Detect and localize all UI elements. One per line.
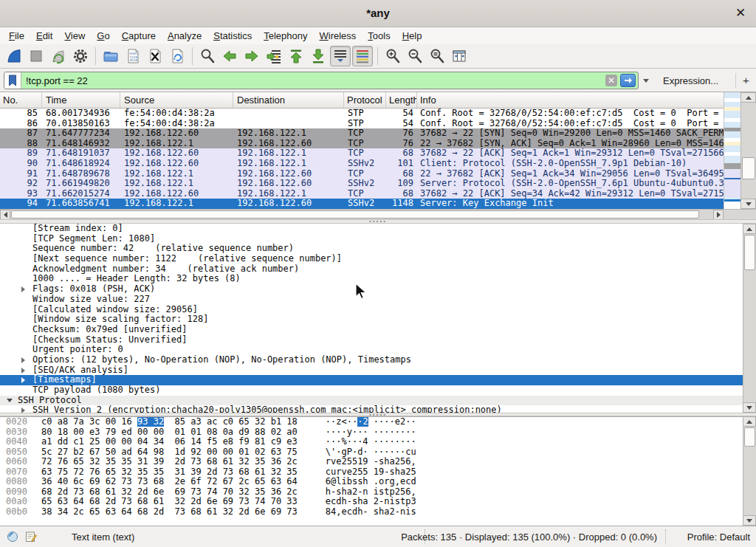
packet-list-hscrollbar[interactable] bbox=[0, 209, 724, 219]
detail-row[interactable]: 1000 .... = Header Length: 32 bytes (8) bbox=[0, 274, 743, 284]
menu-capture[interactable]: Capture bbox=[116, 29, 162, 43]
scroll-left-icon[interactable] bbox=[0, 210, 10, 220]
detail-vscrollbar[interactable] bbox=[743, 224, 756, 413]
column-header-protocol[interactable]: Protocol bbox=[344, 92, 386, 108]
close-file-icon[interactable] bbox=[145, 46, 165, 66]
clear-filter-icon[interactable]: ✕ bbox=[605, 75, 617, 86]
scroll-down-icon[interactable] bbox=[743, 515, 756, 526]
menu-wireless[interactable]: Wireless bbox=[314, 29, 362, 43]
capture-comment-icon[interactable] bbox=[25, 531, 37, 545]
detail-row[interactable]: Window size value: 227 bbox=[0, 295, 743, 305]
go-back-icon[interactable] bbox=[219, 46, 240, 66]
menu-view[interactable]: View bbox=[58, 29, 91, 43]
hex-row[interactable]: 0020c0 a8 7a 3c 00 16 93 32 85 a3 ac c0 … bbox=[0, 417, 743, 427]
packet-row-88[interactable]: 8871.648146932192.168.122.1192.168.122.6… bbox=[0, 139, 724, 149]
zoom-out-icon[interactable] bbox=[405, 46, 425, 66]
expander-icon[interactable] bbox=[21, 377, 25, 383]
packet-row-92[interactable]: 9271.661949820192.168.122.1192.168.122.6… bbox=[0, 179, 724, 189]
start-capture-icon[interactable] bbox=[4, 46, 24, 66]
detail-row[interactable]: [Checksum Status: Unverified] bbox=[0, 335, 743, 345]
expander-icon[interactable] bbox=[21, 368, 25, 374]
packet-list-vscrollbar[interactable] bbox=[740, 92, 756, 209]
save-file-icon[interactable]: 010111100110 bbox=[123, 46, 143, 66]
packet-row-87[interactable]: 8771.647777234192.168.122.60192.168.122.… bbox=[0, 128, 724, 139]
hex-row[interactable]: 0040a1 dd c1 25 00 00 04 34 06 14 f5 e8 … bbox=[0, 437, 743, 447]
packet-row-91[interactable]: 9171.648789678192.168.122.1192.168.122.6… bbox=[0, 169, 724, 179]
hex-row[interactable]: 008036 40 6c 69 62 73 73 68 2e 6f 72 67 … bbox=[0, 477, 743, 487]
detail-row[interactable]: TCP payload (1080 bytes) bbox=[0, 385, 743, 396]
go-last-icon[interactable] bbox=[308, 46, 329, 66]
go-forward-icon[interactable] bbox=[241, 46, 262, 66]
detail-row-flags[interactable]: Flags: 0x018 (PSH, ACK) bbox=[0, 284, 743, 295]
scroll-down-icon[interactable] bbox=[743, 402, 756, 413]
detail-row[interactable]: [TCP Segment Len: 1080] bbox=[0, 234, 743, 244]
expression-button[interactable]: Expression... bbox=[663, 75, 718, 86]
hex-row[interactable]: 006072 76 65 32 35 35 31 39 2d 73 68 61 … bbox=[0, 457, 743, 467]
packet-row-89[interactable]: 8971.648191037192.168.122.60192.168.122.… bbox=[0, 148, 724, 159]
resize-columns-icon[interactable] bbox=[449, 46, 470, 66]
packet-row-93[interactable]: 9371.662015274192.168.122.60192.168.122.… bbox=[0, 189, 724, 199]
menu-telephony[interactable]: Telephony bbox=[258, 29, 313, 43]
hex-row[interactable]: 003080 18 00 e3 79 ed 00 00 01 01 08 0a … bbox=[0, 427, 743, 438]
hex-vscrollbar[interactable] bbox=[743, 416, 756, 526]
bookmark-icon[interactable] bbox=[4, 72, 21, 89]
menu-go[interactable]: Go bbox=[91, 29, 115, 43]
add-filter-button[interactable]: + bbox=[735, 73, 750, 88]
hex-row[interactable]: 007063 75 72 76 65 32 35 35 31 39 2d 73 … bbox=[0, 467, 743, 478]
expander-icon[interactable] bbox=[21, 286, 25, 292]
colorize-icon[interactable] bbox=[352, 46, 373, 66]
detail-row[interactable]: [Next sequence number: 1122 (relative se… bbox=[0, 254, 743, 264]
packet-row-94-selected[interactable]: 9471.663856741192.168.122.1192.168.122.6… bbox=[0, 199, 724, 209]
stop-capture-icon[interactable] bbox=[26, 46, 47, 66]
hex-row[interactable]: 00b038 34 2c 65 63 64 68 2d 73 68 61 32 … bbox=[0, 507, 743, 517]
menu-file[interactable]: File bbox=[3, 29, 30, 43]
column-header-length[interactable]: Length bbox=[386, 92, 417, 108]
go-first-icon[interactable] bbox=[286, 46, 306, 66]
go-to-packet-icon[interactable] bbox=[264, 46, 284, 66]
detail-row-options[interactable]: Options: (12 bytes), No-Operation (NOP),… bbox=[0, 355, 743, 365]
detail-row[interactable]: Acknowledgment number: 34 (relative ack … bbox=[0, 264, 743, 275]
column-header-time[interactable]: Time bbox=[42, 92, 120, 108]
apply-filter-icon[interactable] bbox=[620, 74, 636, 87]
zoom-original-icon[interactable] bbox=[427, 46, 447, 66]
column-header-info[interactable]: Info bbox=[417, 92, 724, 108]
scroll-up-icon[interactable] bbox=[740, 92, 756, 103]
profile-selector[interactable]: Profile: Default bbox=[687, 531, 750, 543]
menu-analyze[interactable]: Analyze bbox=[162, 29, 207, 43]
column-header-destination[interactable]: Destination bbox=[233, 92, 344, 108]
expander-icon[interactable] bbox=[7, 398, 13, 402]
scroll-down-icon[interactable] bbox=[740, 199, 756, 209]
scroll-thumb[interactable] bbox=[742, 157, 755, 179]
expander-icon[interactable] bbox=[21, 357, 25, 363]
detail-row-timestamps-selected[interactable]: [Timestamps] bbox=[0, 375, 743, 385]
detail-row-ssh-protocol[interactable]: SSH Protocol bbox=[0, 396, 743, 406]
detail-row[interactable]: Sequence number: 42 (relative sequence n… bbox=[0, 244, 743, 254]
expert-info-icon[interactable] bbox=[7, 531, 18, 545]
detail-row[interactable]: [Window size scaling factor: 128] bbox=[0, 314, 743, 325]
detail-row[interactable]: [Calculated window size: 29056] bbox=[0, 305, 743, 315]
column-header-source[interactable]: Source bbox=[120, 92, 233, 108]
detail-row-seq-ack[interactable]: [SEQ/ACK analysis] bbox=[0, 365, 743, 376]
detail-row[interactable]: Urgent pointer: 0 bbox=[0, 345, 743, 355]
hex-row[interactable]: 00a065 63 64 68 2d 73 68 61 32 2d 6e 69 … bbox=[0, 497, 743, 507]
packet-row-90[interactable]: 9071.648618924192.168.122.60192.168.122.… bbox=[0, 159, 724, 169]
scroll-thumb[interactable] bbox=[744, 235, 755, 270]
detail-row[interactable]: [Stream index: 0] bbox=[0, 224, 743, 234]
find-packet-icon[interactable] bbox=[197, 46, 218, 66]
reload-file-icon[interactable] bbox=[167, 46, 188, 66]
restart-capture-icon[interactable] bbox=[48, 46, 69, 66]
expander-icon[interactable] bbox=[21, 407, 25, 413]
capture-options-icon[interactable] bbox=[70, 46, 91, 66]
scroll-up-icon[interactable] bbox=[743, 416, 756, 427]
auto-scroll-icon[interactable] bbox=[330, 46, 351, 66]
scroll-right-icon[interactable] bbox=[713, 210, 724, 220]
menu-edit[interactable]: Edit bbox=[30, 29, 58, 43]
filter-history-dropdown-icon[interactable] bbox=[641, 72, 651, 89]
hex-row[interactable]: 00505c 27 b2 67 50 ad 64 98 1d 92 00 00 … bbox=[0, 447, 743, 458]
menu-statistics[interactable]: Statistics bbox=[207, 29, 258, 43]
detail-row[interactable]: Checksum: 0x79ed [unverified] bbox=[0, 325, 743, 335]
packet-row-85[interactable]: 8568.001734936fe:54:00:d4:38:2aSTP54Conf… bbox=[0, 109, 724, 119]
hex-row[interactable]: 009068 2d 73 68 61 32 2d 6e 69 73 74 70 … bbox=[0, 487, 743, 498]
packet-list-minimap[interactable] bbox=[724, 92, 740, 209]
open-file-icon[interactable] bbox=[100, 46, 121, 66]
